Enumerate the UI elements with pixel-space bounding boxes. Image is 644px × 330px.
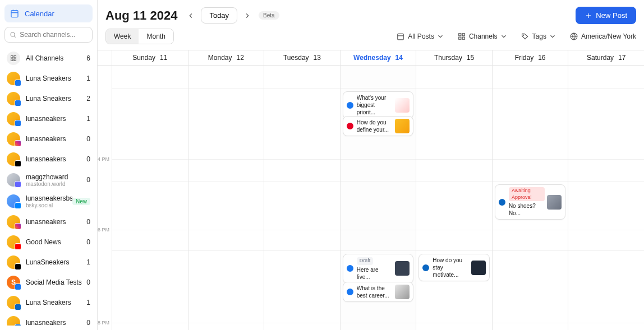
day-column-saturday[interactable]	[568, 66, 644, 330]
linkedin-badge-icon	[15, 304, 21, 310]
channels-icon	[458, 32, 466, 40]
channel-avatar	[7, 92, 20, 105]
channel-item[interactable]: lunasneakers 0	[4, 149, 93, 169]
channel-item[interactable]: lunasneakers 0	[4, 313, 93, 326]
today-button[interactable]: Today	[201, 7, 237, 24]
channel-item[interactable]: lunasneakersbsky... bsky.social New	[4, 190, 93, 212]
channel-count: 0	[86, 218, 90, 226]
search-box[interactable]	[4, 27, 93, 43]
facebook-badge-icon	[15, 120, 21, 127]
new-post-button[interactable]: New Post	[576, 7, 636, 24]
channel-list: All Channels 6 Luna Sneakers 1 Luna Snea…	[4, 48, 93, 326]
event-text: How do you stay motivate...	[433, 257, 469, 278]
channel-name: Social Media Tests	[26, 278, 86, 286]
sidebar-calendar-link[interactable]: Calendar	[4, 4, 93, 22]
chevron-down-icon	[436, 32, 444, 40]
channel-item[interactable]: Good News 0	[4, 232, 93, 252]
facebook-badge-icon	[15, 80, 21, 86]
event-card[interactable]: How do you stay motivate...	[418, 254, 490, 281]
filter-channels-dropdown[interactable]: Channels	[458, 32, 511, 40]
channel-count: 0	[86, 278, 90, 286]
event-text: Awaiting Approval No shoes? No...	[509, 187, 545, 217]
view-month-button[interactable]: Month	[139, 29, 173, 44]
channel-item[interactable]: Luna Sneakers 1	[4, 68, 93, 89]
tag-icon	[521, 32, 529, 40]
svg-point-20	[523, 35, 523, 35]
channel-all[interactable]: All Channels 6	[4, 48, 93, 68]
event-card[interactable]: How do you define your...	[343, 116, 414, 136]
channel-item[interactable]: LunaSneakers 1	[4, 252, 93, 272]
channel-name: Luna Sneakers	[26, 95, 86, 103]
day-column-tuesday[interactable]	[264, 66, 341, 330]
main-content: Aug 11 2024 Today Beta New Post Week Mon…	[98, 0, 644, 330]
facebook-icon	[347, 102, 353, 109]
channel-avatar: S	[7, 276, 20, 289]
channel-name: lunasneakers	[26, 115, 86, 123]
channel-count: 0	[86, 238, 90, 246]
day-column-sunday[interactable]	[112, 66, 188, 330]
day-column-thursday[interactable]: How do you stay motivate...	[416, 66, 493, 330]
facebook-badge-icon	[15, 100, 21, 106]
event-card[interactable]: What is the best career...	[343, 282, 414, 302]
time-label: 6 PM	[98, 227, 109, 233]
facebook-icon	[347, 289, 353, 295]
event-thumbnail	[547, 195, 562, 210]
channel-item[interactable]: lunasneakers 1	[4, 109, 93, 129]
channel-name: Luna Sneakers	[26, 75, 86, 82]
channel-name: maggzhoward	[26, 173, 68, 181]
youtube-badge-icon	[15, 243, 21, 250]
bluesky-badge-icon	[15, 202, 21, 209]
day-column-friday[interactable]: Awaiting Approval No shoes? No...	[493, 66, 569, 330]
instagram-badge-icon	[15, 223, 21, 230]
channel-count: 1	[86, 258, 90, 266]
channel-avatar	[7, 72, 20, 85]
time-gutter: 4 PM 6 PM 8 PM	[98, 66, 112, 330]
event-card[interactable]: Awaiting Approval No shoes? No...	[495, 184, 566, 220]
channel-avatar	[7, 112, 20, 126]
event-card[interactable]: What's your biggest priorit...	[343, 91, 414, 119]
channel-avatar	[7, 194, 20, 208]
new-tag: New	[72, 198, 90, 205]
prev-week-button[interactable]	[184, 9, 197, 22]
channel-item[interactable]: Luna Sneakers 1	[4, 292, 93, 313]
svg-rect-0	[11, 11, 18, 17]
channel-avatar	[7, 173, 20, 187]
channel-name: lunasneakersbsky...	[26, 194, 72, 202]
chevron-down-icon	[549, 32, 556, 40]
channel-count: 1	[86, 115, 90, 123]
channel-count: 0	[86, 319, 90, 326]
channel-count: 1	[86, 75, 90, 82]
day-column-wednesday[interactable]: What's your biggest priorit... How do yo…	[341, 66, 417, 330]
date-title: Aug 11 2024	[105, 8, 177, 23]
timezone-selector[interactable]: America/New York	[570, 32, 636, 40]
search-input[interactable]	[20, 31, 88, 39]
channel-item[interactable]: S Social Media Tests 0	[4, 272, 93, 292]
svg-line-5	[14, 36, 16, 38]
channel-count: 0	[86, 176, 90, 184]
filter-tags-dropdown[interactable]: Tags	[521, 32, 560, 40]
svg-rect-19	[462, 37, 464, 39]
time-label: 8 PM	[98, 320, 109, 326]
event-thumbnail	[395, 261, 410, 276]
next-week-button[interactable]	[241, 9, 254, 22]
calendar-body[interactable]: 4 PM 6 PM 8 PM What's your biggest prior…	[98, 66, 644, 330]
svg-rect-16	[459, 34, 461, 36]
all-channels-icon	[7, 52, 20, 65]
event-thumbnail	[395, 98, 410, 113]
svg-rect-9	[14, 59, 16, 61]
channel-avatar	[7, 152, 20, 166]
channel-name: lunasneakers	[26, 135, 86, 143]
filter-posts-dropdown[interactable]: All Posts	[397, 32, 448, 40]
view-week-button[interactable]: Week	[106, 29, 139, 44]
channel-avatar	[7, 296, 20, 309]
channel-item[interactable]: maggzhoward mastodon.world 0	[4, 169, 93, 190]
channel-item[interactable]: lunasneakers 0	[4, 212, 93, 232]
channel-item[interactable]: Luna Sneakers 2	[4, 89, 93, 109]
chevron-down-icon	[500, 32, 508, 40]
calendar-icon	[10, 9, 19, 18]
event-card[interactable]: Draft Here are five...	[343, 254, 414, 283]
channel-avatar	[7, 132, 20, 146]
day-column-monday[interactable]	[188, 66, 265, 330]
svg-rect-8	[11, 59, 13, 61]
channel-item[interactable]: lunasneakers 0	[4, 129, 93, 149]
